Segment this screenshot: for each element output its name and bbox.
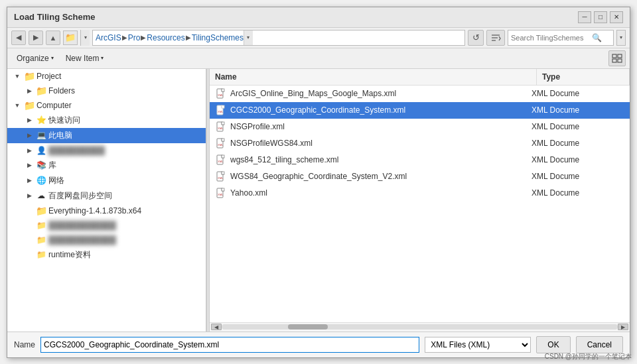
load-tiling-scheme-dialog: Load Tiling Scheme ─ □ ✕ ◀ ▶ ▲ 📁 ▾ ArcGI… — [7, 7, 630, 358]
folder-icon-blurred1: 📁 — [36, 220, 46, 231]
tree-label-library: 库 — [48, 160, 56, 171]
svg-rect-6 — [618, 59, 622, 62]
ok-button[interactable]: OK — [536, 336, 570, 353]
file-row-2[interactable]: XML CGCS2000_Geographic_Coordinate_Syste… — [210, 102, 630, 119]
file-row-5[interactable]: XML wgs84_512_tiling_scheme.xml XML Docu… — [210, 152, 630, 168]
breadcrumb-tilingschemes[interactable]: TilingSchemes — [192, 33, 244, 42]
folder-blue-icon-computer: 📁 — [24, 100, 35, 111]
svg-rect-14 — [222, 122, 224, 125]
horizontal-scrollbar[interactable]: ◀ ▶ — [210, 322, 630, 332]
folder-dropdown-btn[interactable]: ▾ — [80, 30, 90, 46]
scroll-thumb[interactable] — [288, 324, 328, 330]
tree-node-network[interactable]: ▶ 🌐 网络 — [7, 173, 206, 188]
svg-rect-11 — [222, 105, 224, 108]
search-bar: 🔍 — [508, 30, 614, 46]
tree-label-network: 网络 — [48, 175, 64, 186]
tree-toggle-library[interactable]: ▶ — [25, 160, 34, 170]
tree-node-blurred1[interactable]: ▶ 📁 ████████████ — [7, 218, 206, 233]
file-row-3[interactable]: XML NSGProfile.xml XML Docume — [210, 119, 630, 135]
search-button[interactable]: 🔍 — [591, 30, 602, 45]
breadcrumb-dropdown-btn[interactable]: ▾ — [244, 30, 253, 46]
file-row-6[interactable]: XML WGS84_Geographic_Coordinate_System_V… — [210, 168, 630, 185]
tree-toggle-this-pc[interactable]: ▶ — [25, 131, 34, 140]
tree-node-user[interactable]: ▶ 👤 ██████████ — [7, 143, 206, 158]
tree-panel: ▼ 📁 Project ▶ 📁 Folders ▼ 📁 Computer ▶ — [7, 69, 206, 332]
close-button[interactable]: ✕ — [610, 11, 623, 23]
file-row-1[interactable]: XML ArcGIS_Online_Bing_Maps_Google_Maps.… — [210, 86, 630, 102]
folder-icon-runtime: 📁 — [36, 249, 46, 260]
tree-label-this-pc: 此电脑 — [48, 130, 72, 141]
tree-node-cloud[interactable]: ▶ ☁ 百度网盘同步空间 — [7, 188, 206, 204]
tree-toggle-cloud[interactable]: ▶ — [25, 191, 34, 200]
svg-rect-23 — [222, 172, 224, 174]
folder-icon-folders: 📁 — [36, 86, 46, 96]
minimize-button[interactable]: ─ — [578, 11, 591, 23]
column-type-header[interactable]: Type — [537, 69, 630, 85]
cloud-icon: ☁ — [36, 190, 46, 201]
search-dropdown-btn[interactable]: ▾ — [616, 30, 626, 46]
scroll-track[interactable] — [222, 324, 618, 330]
breadcrumb-arcgis[interactable]: ArcGIS — [96, 33, 121, 42]
view-button[interactable] — [608, 50, 626, 66]
file-type-3: XML Docume — [531, 122, 624, 131]
tree-label-everything: Everything-1.4.1.873b.x64 — [48, 206, 141, 215]
scroll-left-btn[interactable]: ◀ — [211, 324, 222, 330]
type-select[interactable]: XML Files (XML) All Files (*.*) — [425, 337, 531, 353]
tree-node-quick-access[interactable]: ▶ ⭐ 快速访问 — [7, 113, 206, 128]
sort-button[interactable] — [486, 30, 505, 46]
xml-icon-7: XML — [215, 187, 227, 199]
tree-node-library[interactable]: ▶ 📚 库 — [7, 158, 206, 173]
tree-toggle-quick-access[interactable]: ▶ — [25, 115, 34, 125]
tree-toggle-user[interactable]: ▶ — [25, 146, 34, 155]
tree-node-computer[interactable]: ▼ 📁 Computer — [7, 98, 206, 113]
xml-icon-1: XML — [215, 88, 227, 99]
svg-text:XML: XML — [218, 176, 224, 180]
file-type-6: XML Docume — [531, 172, 624, 181]
tree-node-this-pc[interactable]: ▶ 💻 此电脑 — [7, 128, 206, 143]
tree-node-blurred2[interactable]: ▶ 📁 ████████████ — [7, 233, 206, 247]
breadcrumb-pro[interactable]: Pro — [128, 33, 141, 42]
library-icon: 📚 — [36, 160, 46, 170]
cancel-button[interactable]: Cancel — [576, 336, 623, 353]
folder-icon-btn[interactable]: 📁 — [63, 30, 78, 45]
column-name-header[interactable]: Name — [210, 69, 537, 85]
maximize-button[interactable]: □ — [594, 11, 607, 23]
tree-node-folders[interactable]: ▶ 📁 Folders — [7, 84, 206, 98]
organize-button[interactable]: Organize ▾ — [11, 52, 59, 65]
refresh-button[interactable]: ↺ — [468, 30, 484, 46]
xml-icon-6: XML — [215, 170, 227, 182]
svg-rect-20 — [222, 155, 224, 158]
svg-text:XML: XML — [218, 143, 224, 147]
tree-label-computer: Computer — [36, 101, 72, 110]
breadcrumb-resources[interactable]: Resources — [147, 33, 184, 42]
xml-icon-4: XML — [215, 137, 227, 149]
tree-toggle-project[interactable]: ▼ — [13, 72, 22, 81]
search-input[interactable] — [511, 34, 591, 42]
file-name-1: ArcGIS_Online_Bing_Maps_Google_Maps.xml — [230, 89, 531, 98]
tree-toggle-folders[interactable]: ▶ — [25, 86, 34, 95]
dialog-title: Load Tiling Scheme — [14, 12, 96, 22]
name-input[interactable] — [40, 337, 419, 353]
tree-label-folders: Folders — [48, 86, 75, 95]
file-name-7: Yahoo.xml — [230, 188, 531, 198]
tree-node-project[interactable]: ▼ 📁 Project — [7, 69, 206, 84]
file-name-2: CGCS2000_Geographic_Coordinate_System.xm… — [230, 105, 531, 115]
svg-text:XML: XML — [218, 160, 224, 163]
tree-node-runtime[interactable]: ▶ 📁 runtime资料 — [7, 247, 206, 263]
back-button[interactable]: ◀ — [11, 30, 26, 45]
new-item-button[interactable]: New Item ▾ — [60, 52, 109, 65]
user-icon: 👤 — [36, 145, 46, 156]
forward-button[interactable]: ▶ — [29, 30, 43, 45]
scroll-right-btn[interactable]: ▶ — [618, 324, 628, 330]
watermark: CSDN @孙同学的一个笔记本 — [545, 352, 632, 361]
file-type-5: XML Docume — [531, 155, 624, 164]
tree-toggle-network[interactable]: ▶ — [25, 176, 34, 185]
tree-node-everything[interactable]: ▶ 📁 Everything-1.4.1.873b.x64 — [7, 204, 206, 218]
file-row-7[interactable]: XML Yahoo.xml XML Docume — [210, 185, 630, 202]
up-button[interactable]: ▲ — [46, 30, 60, 45]
xml-icon-5: XML — [215, 154, 227, 166]
svg-rect-3 — [612, 54, 616, 58]
file-row-4[interactable]: XML NSGProfileWGS84.xml XML Docume — [210, 135, 630, 152]
toolbar: ◀ ▶ ▲ 📁 ▾ ArcGIS ▶ Pro ▶ Resources ▶ Til… — [7, 28, 630, 48]
tree-toggle-computer[interactable]: ▼ — [13, 101, 22, 110]
